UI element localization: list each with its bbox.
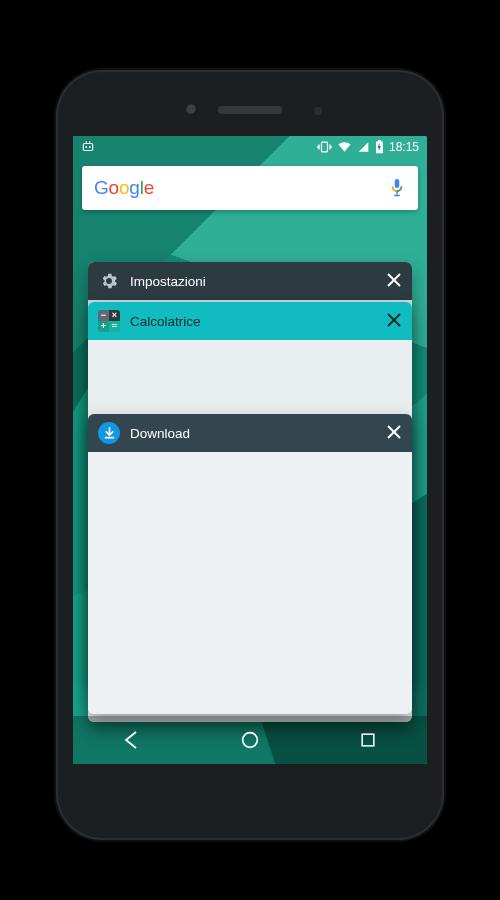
front-camera xyxy=(186,104,198,116)
screen: 18:15 Google Impostazioni xyxy=(73,136,427,764)
back-button[interactable] xyxy=(109,717,155,763)
svg-rect-13 xyxy=(104,436,114,438)
recent-card-body xyxy=(88,452,412,714)
battery-charging-icon xyxy=(375,140,384,154)
svg-rect-7 xyxy=(396,191,398,195)
proximity-sensor xyxy=(314,107,322,115)
navigation-bar xyxy=(73,716,427,764)
wifi-icon xyxy=(337,141,352,153)
google-logo: Google xyxy=(94,177,154,199)
recent-card-title: Download xyxy=(130,426,376,441)
speaker-grill xyxy=(218,106,282,114)
signal-icon xyxy=(357,141,370,153)
vibrate-icon xyxy=(317,141,332,153)
recent-card-title: Impostazioni xyxy=(130,274,376,289)
recent-card-title: Calcolatrice xyxy=(130,314,376,329)
calculator-icon: −×+= xyxy=(98,310,120,332)
voice-search-icon[interactable] xyxy=(388,177,406,199)
svg-rect-17 xyxy=(362,734,374,746)
overview-button[interactable] xyxy=(345,717,391,763)
close-icon[interactable] xyxy=(386,424,402,443)
svg-point-3 xyxy=(85,146,87,148)
device-frame: 18:15 Google Impostazioni xyxy=(56,70,444,840)
notification-icon xyxy=(81,140,95,154)
svg-rect-6 xyxy=(395,179,400,188)
settings-icon xyxy=(98,270,120,292)
svg-rect-0 xyxy=(83,144,92,151)
status-time: 18:15 xyxy=(389,140,419,154)
recents-overview: Impostazioni −×+= Calcolatrice xyxy=(88,262,412,708)
close-icon[interactable] xyxy=(386,312,402,331)
svg-point-2 xyxy=(89,141,91,143)
close-icon[interactable] xyxy=(386,272,402,291)
home-button[interactable] xyxy=(227,717,273,763)
svg-point-4 xyxy=(89,146,91,148)
google-search-bar[interactable]: Google xyxy=(82,166,418,210)
svg-rect-5 xyxy=(321,142,327,152)
recent-card-download[interactable]: Download xyxy=(88,414,412,714)
status-bar: 18:15 xyxy=(73,136,427,158)
svg-rect-8 xyxy=(394,195,400,197)
svg-point-1 xyxy=(85,141,87,143)
download-icon xyxy=(98,422,120,444)
svg-point-16 xyxy=(243,733,258,748)
